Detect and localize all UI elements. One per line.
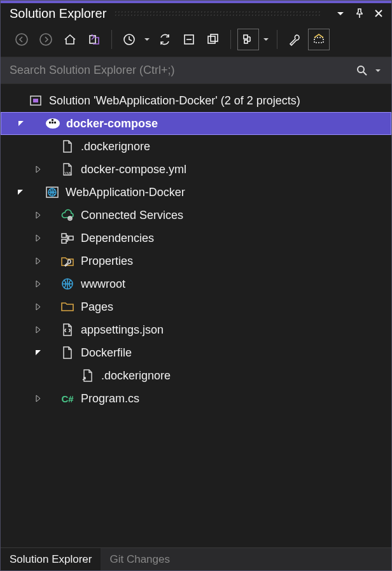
track-active-item-button[interactable] (237, 29, 259, 50)
json-file-icon (59, 321, 76, 338)
item-label: Properties (81, 255, 133, 268)
svg-rect-5 (208, 36, 215, 43)
close-icon[interactable] (371, 6, 386, 21)
window-options-icon[interactable] (333, 6, 348, 21)
project-label: WebApplication-Docker (66, 186, 185, 199)
preview-button[interactable] (308, 29, 330, 50)
appsettings-node[interactable]: appsettings.json (1, 318, 391, 341)
solution-tree: Solution 'WebApplication-Docker' (2 of 2… (1, 84, 391, 547)
tab-solution-explorer[interactable]: Solution Explorer (1, 548, 101, 570)
program-cs-node[interactable]: C# Program.cs (1, 387, 391, 410)
file-icon (59, 138, 76, 155)
search-icon[interactable] (353, 62, 371, 80)
docker-compose-yml-node[interactable]: YML docker-compose.yml (1, 158, 391, 181)
expander-icon[interactable] (13, 185, 27, 199)
file-label: Dockerfile (81, 346, 132, 360)
show-all-files-button[interactable] (202, 29, 224, 50)
svg-text:YML: YML (64, 171, 73, 175)
item-label: Connected Services (81, 209, 183, 222)
item-label: Dependencies (81, 232, 154, 245)
svg-rect-6 (211, 34, 218, 41)
svg-rect-15 (52, 122, 53, 123)
toolbar-separator (277, 30, 277, 49)
svg-point-1 (40, 34, 52, 45)
nav-back-button (11, 29, 32, 50)
expander-icon[interactable] (31, 323, 45, 337)
svg-rect-14 (49, 122, 51, 123)
svg-rect-7 (244, 35, 248, 39)
bottom-tabs: Solution Explorer Git Changes (1, 547, 391, 570)
file-label: .dockerignore (81, 140, 150, 153)
pages-folder-node[interactable]: Pages (1, 295, 391, 318)
wwwroot-node[interactable]: wwwroot (1, 272, 391, 295)
dockerignore-nested-node[interactable]: .dockerignore (1, 364, 391, 387)
toolbar-separator (111, 30, 112, 49)
svg-rect-9 (314, 38, 323, 43)
panel-grip[interactable] (114, 10, 321, 17)
svg-rect-8 (244, 40, 248, 43)
panel-title: Solution Explorer (10, 6, 106, 21)
cloud-icon (59, 207, 76, 223)
svg-point-0 (16, 34, 27, 45)
expander-icon[interactable] (31, 208, 45, 222)
svg-rect-17 (54, 122, 56, 123)
dockerignore-node[interactable]: .dockerignore (1, 135, 391, 158)
expander-icon[interactable] (31, 277, 45, 291)
file-icon (59, 344, 76, 361)
solution-node[interactable]: Solution 'WebApplication-Docker' (2 of 2… (1, 89, 391, 112)
properties-node[interactable]: Properties (1, 250, 391, 272)
pending-changes-dropdown[interactable] (143, 36, 151, 43)
home-button[interactable] (59, 29, 81, 50)
csharp-file-icon: C# (59, 390, 76, 407)
dependencies-icon (59, 230, 76, 246)
toolbar-separator (230, 30, 231, 49)
solution-icon (27, 92, 44, 109)
dockerfile-node[interactable]: Dockerfile (1, 341, 391, 364)
pin-icon[interactable] (352, 6, 367, 21)
docker-icon (45, 115, 61, 132)
svg-rect-16 (52, 119, 53, 121)
tab-git-changes[interactable]: Git Changes (101, 548, 179, 570)
track-active-dropdown[interactable] (262, 36, 270, 43)
folder-icon (59, 299, 76, 315)
webapp-project-node[interactable]: WebApplication-Docker (1, 181, 391, 204)
svg-rect-24 (69, 236, 73, 240)
properties-button[interactable] (284, 29, 305, 50)
connected-services-node[interactable]: Connected Services (1, 204, 391, 227)
globe-icon (59, 276, 76, 292)
expander-icon[interactable] (31, 346, 45, 360)
file-label: appsettings.json (81, 323, 164, 337)
svg-rect-22 (62, 234, 66, 237)
file-label: docker-compose.yml (81, 163, 186, 176)
collapse-all-button[interactable] (178, 29, 200, 50)
pending-changes-button[interactable] (118, 29, 140, 50)
sync-button[interactable] (154, 29, 176, 50)
svg-rect-12 (33, 99, 38, 102)
expander-icon[interactable] (14, 116, 28, 130)
solution-label: Solution 'WebApplication-Docker' (2 of 2… (49, 94, 300, 108)
toolbar (1, 25, 391, 57)
item-label: wwwroot (81, 278, 125, 291)
yml-file-icon: YML (59, 161, 76, 178)
search-dropdown[interactable] (374, 67, 382, 74)
expander-icon[interactable] (31, 300, 45, 314)
expander-icon[interactable] (13, 94, 27, 108)
search-bar[interactable]: Search Solution Explorer (Ctrl+;) (1, 57, 391, 84)
web-project-icon (44, 184, 60, 201)
nav-forward-button (35, 29, 57, 50)
file-label: .dockerignore (101, 369, 171, 383)
switch-views-button[interactable] (83, 29, 105, 50)
docker-compose-project-node[interactable]: docker-compose (1, 112, 391, 135)
wrench-folder-icon (59, 253, 76, 269)
expander-icon[interactable] (31, 254, 45, 268)
file-label: Program.cs (81, 392, 139, 405)
expander-icon[interactable] (31, 231, 45, 245)
search-input[interactable]: Search Solution Explorer (Ctrl+;) (10, 64, 353, 77)
svg-rect-23 (62, 239, 66, 243)
svg-point-10 (358, 66, 364, 73)
docker-compose-label: docker-compose (66, 117, 158, 130)
panel-titlebar: Solution Explorer (1, 3, 391, 25)
dependencies-node[interactable]: Dependencies (1, 227, 391, 250)
expander-icon[interactable] (31, 162, 45, 176)
expander-icon[interactable] (31, 391, 45, 405)
